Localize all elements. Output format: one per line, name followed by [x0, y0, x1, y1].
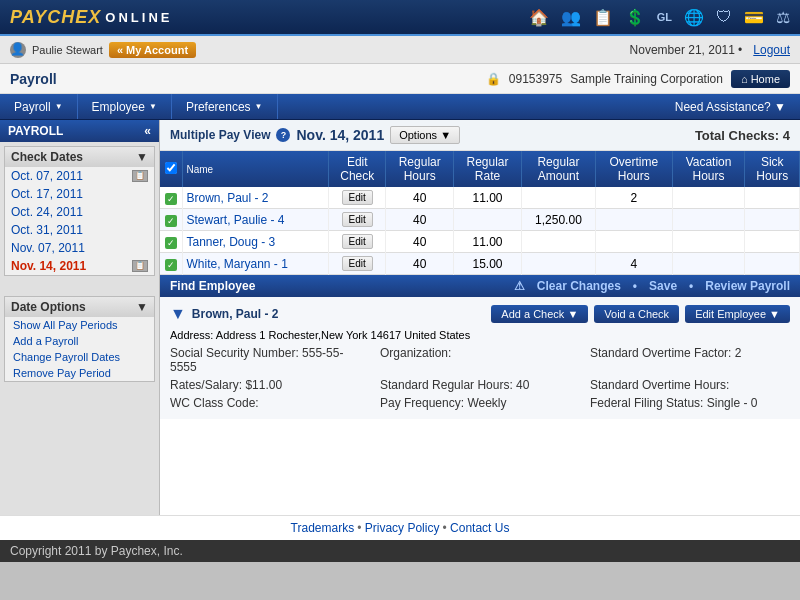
check-dates-label: Check Dates [11, 150, 83, 164]
pay-icon[interactable]: 💲 [625, 8, 645, 27]
date-value: Oct. 17, 2011 [11, 187, 83, 201]
show-all-periods-option[interactable]: Show All Pay Periods [5, 317, 154, 333]
edit-check-button[interactable]: Edit [342, 256, 373, 271]
date-item[interactable]: Oct. 17, 2011 [5, 185, 154, 203]
payroll-table: Name EditCheck RegularHours RegularRate … [160, 151, 800, 275]
employee-expand-icon[interactable]: ▼ [170, 305, 186, 323]
ot-hours-cell [595, 231, 672, 253]
employee-info-grid: Social Security Number: 555-55-5555 Orga… [170, 345, 790, 411]
contact-us-link[interactable]: Contact Us [450, 521, 509, 535]
date-item[interactable]: Nov. 07, 2011 [5, 239, 154, 257]
employee-name-cell: White, Maryann - 1 [182, 253, 329, 275]
trademarks-link[interactable]: Trademarks [291, 521, 355, 535]
table-row: ✓ Tanner, Doug - 3 Edit 40 11.00 [160, 231, 800, 253]
date-options-header[interactable]: Date Options ▼ [5, 297, 154, 317]
date-item[interactable]: Oct. 07, 2011 📋 [5, 167, 154, 185]
card-icon[interactable]: 💳 [744, 8, 764, 27]
edit-check-button[interactable]: Edit [342, 190, 373, 205]
home-nav-icon[interactable]: 🏠 [529, 8, 549, 27]
bullet-separator: • [738, 43, 742, 57]
nav-preferences[interactable]: Preferences ▼ [172, 94, 278, 119]
company-name: Sample Training Corporation [570, 72, 723, 86]
select-all-column [160, 151, 182, 187]
remove-pay-period-option[interactable]: Remove Pay Period [5, 365, 154, 381]
find-sep1: • [633, 279, 637, 293]
add-check-button[interactable]: Add a Check ▼ [491, 305, 588, 323]
gl-icon[interactable]: GL [657, 11, 672, 23]
logout-link[interactable]: Logout [753, 43, 790, 57]
find-sep2: • [689, 279, 693, 293]
reg-hours-cell: 40 [386, 231, 454, 253]
lock-icon: 🔒 [486, 72, 501, 86]
options-button[interactable]: Options ▼ [390, 126, 460, 144]
reg-rate-cell: 11.00 [454, 187, 522, 209]
rates-row: Rates/Salary: $11.00 [170, 377, 370, 393]
logo-online: ONLINE [105, 10, 172, 25]
date-options-toggle: ▼ [136, 300, 148, 314]
nav-employee[interactable]: Employee ▼ [78, 94, 172, 119]
date-item[interactable]: Oct. 24, 2011 [5, 203, 154, 221]
help-icon[interactable]: ? [276, 128, 290, 142]
shield-icon[interactable]: 🛡 [716, 8, 732, 26]
reg-rate-cell [454, 209, 522, 231]
select-all-checkbox[interactable] [165, 162, 177, 174]
row-check-icon[interactable]: ✓ [165, 193, 177, 205]
sidebar-payroll-label: PAYROLL [8, 124, 63, 138]
row-checkbox-cell: ✓ [160, 187, 182, 209]
balance-icon[interactable]: ⚖ [776, 8, 790, 27]
reg-amount-cell [521, 253, 595, 275]
row-check-icon[interactable]: ✓ [165, 259, 177, 271]
footer-links: Trademarks • Privacy Policy • Contact Us [0, 515, 800, 540]
globe-icon[interactable]: 🌐 [684, 8, 704, 27]
content-area: Multiple Pay View ? Nov. 14, 2011 Option… [160, 120, 800, 515]
regular-rate-column-header: RegularRate [454, 151, 522, 187]
edit-employee-button[interactable]: Edit Employee ▼ [685, 305, 790, 323]
clear-changes-link[interactable]: Clear Changes [537, 279, 621, 293]
nav-bar: Payroll ▼ Employee ▼ Preferences ▼ Need … [0, 94, 800, 120]
save-link[interactable]: Save [649, 279, 677, 293]
date-item-selected[interactable]: Nov. 14, 2011 📋 [5, 257, 154, 275]
date-item[interactable]: Oct. 31, 2011 [5, 221, 154, 239]
copyright-bar: Copyright 2011 by Paychex, Inc. [0, 540, 800, 562]
vac-hours-cell [672, 187, 745, 209]
void-check-button[interactable]: Void a Check [594, 305, 679, 323]
employee-name-cell: Tanner, Doug - 3 [182, 231, 329, 253]
footer-sep2: • [443, 521, 451, 535]
reg-amount-cell [521, 231, 595, 253]
logo: PAYCHEX ONLINE [10, 7, 172, 28]
sidebar-collapse-icon[interactable]: « [144, 124, 151, 138]
find-employee-bar: Find Employee ⚠ Clear Changes • Save • R… [160, 275, 800, 297]
home-button[interactable]: ⌂ Home [731, 70, 790, 88]
table-row: ✓ White, Maryann - 1 Edit 40 15.00 4 [160, 253, 800, 275]
main-content: PAYROLL « Check Dates ▼ Oct. 07, 2011 📋 … [0, 120, 800, 515]
change-payroll-dates-option[interactable]: Change Payroll Dates [5, 349, 154, 365]
date-print-icon[interactable]: 📋 [132, 170, 148, 182]
date-value: Nov. 07, 2011 [11, 241, 85, 255]
privacy-policy-link[interactable]: Privacy Policy [365, 521, 440, 535]
people-icon[interactable]: 👥 [561, 8, 581, 27]
add-payroll-option[interactable]: Add a Payroll [5, 333, 154, 349]
reports-icon[interactable]: 📋 [593, 8, 613, 27]
row-check-icon[interactable]: ✓ [165, 215, 177, 227]
employee-name-cell: Stewart, Paulie - 4 [182, 209, 329, 231]
logo-paychex: PAYCHEX [10, 7, 101, 28]
payroll-nav-arrow: ▼ [55, 102, 63, 111]
reg-rate-cell: 15.00 [454, 253, 522, 275]
date-print-icon-2[interactable]: 📋 [132, 260, 148, 272]
edit-check-button[interactable]: Edit [342, 234, 373, 249]
edit-check-button[interactable]: Edit [342, 212, 373, 227]
employee-address: Address: Address 1 Rochester,New York 14… [170, 329, 790, 341]
my-account-button[interactable]: « My Account [109, 42, 196, 58]
reg-hours-cell: 40 [386, 209, 454, 231]
row-check-icon[interactable]: ✓ [165, 237, 177, 249]
std-ot-row: Standard Overtime Factor: 2 [590, 345, 790, 375]
review-payroll-link[interactable]: Review Payroll [705, 279, 790, 293]
warning-icon: ⚠ [514, 279, 525, 293]
reg-amount-cell: 1,250.00 [521, 209, 595, 231]
need-assistance-button[interactable]: Need Assistance? ▼ [661, 94, 800, 119]
check-dates-header[interactable]: Check Dates ▼ [5, 147, 154, 167]
nav-payroll[interactable]: Payroll ▼ [0, 94, 78, 119]
sick-hours-cell [745, 187, 800, 209]
total-checks-label: Total Checks: 4 [695, 128, 790, 143]
ot-hours-cell: 4 [595, 253, 672, 275]
